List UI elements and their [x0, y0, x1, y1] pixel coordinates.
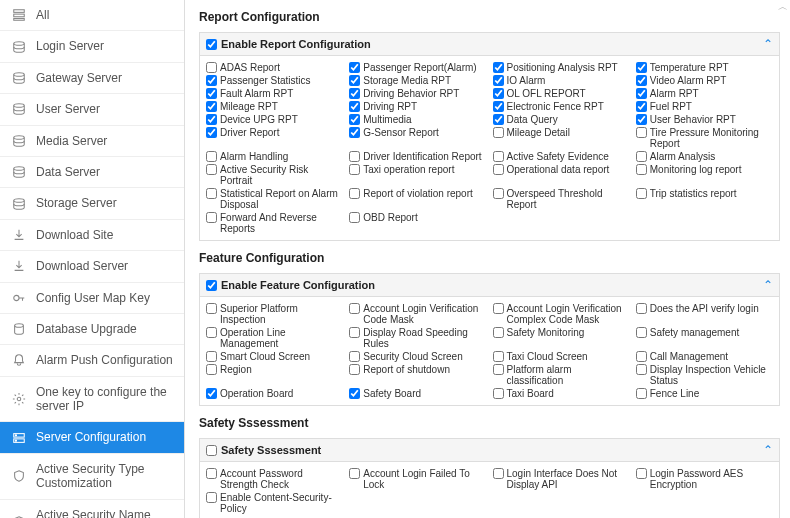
option-checkbox[interactable]	[206, 101, 217, 112]
option-checkbox[interactable]	[493, 164, 504, 175]
option-checkbox[interactable]	[493, 388, 504, 399]
option-checkbox[interactable]	[349, 327, 360, 338]
option-checkbox[interactable]	[206, 188, 217, 199]
collapse-icon[interactable]: ⌃	[763, 37, 773, 51]
option-fuel-rpt[interactable]: Fuel RPT	[636, 101, 773, 112]
sidebar-item-one-key-to-configure-the-server-ip[interactable]: One key to configure the server IP	[0, 377, 184, 423]
option-checkbox[interactable]	[636, 114, 647, 125]
option-checkbox[interactable]	[206, 327, 217, 338]
option-data-query[interactable]: Data Query	[493, 114, 630, 125]
option-operational-data-report[interactable]: Operational data report	[493, 164, 630, 186]
option-taxi-cloud-screen[interactable]: Taxi Cloud Screen	[493, 351, 630, 362]
option-adas-report[interactable]: ADAS Report	[206, 62, 343, 73]
option-security-cloud-screen[interactable]: Security Cloud Screen	[349, 351, 486, 362]
option-mileage-detail[interactable]: Mileage Detail	[493, 127, 630, 149]
option-checkbox[interactable]	[206, 351, 217, 362]
option-user-behavior-rpt[interactable]: User Behavior RPT	[636, 114, 773, 125]
sidebar-item-server-configuration[interactable]: Server Configuration	[0, 422, 184, 453]
option-login-interface-does-not-display-api[interactable]: Login Interface Does Not Display API	[493, 468, 630, 490]
option-checkbox[interactable]	[206, 127, 217, 138]
option-driving-rpt[interactable]: Driving RPT	[349, 101, 486, 112]
sidebar-item-active-security-name-customization[interactable]: Active Security Name Customization	[0, 500, 184, 518]
option-checkbox[interactable]	[206, 164, 217, 175]
sidebar-item-user-server[interactable]: User Server	[0, 94, 184, 125]
sidebar-item-download-site[interactable]: Download Site	[0, 220, 184, 251]
option-checkbox[interactable]	[206, 88, 217, 99]
option-enable-content-security-policy[interactable]: Enable Content-Security-Policy	[206, 492, 343, 514]
option-checkbox[interactable]	[349, 151, 360, 162]
option-checkbox[interactable]	[493, 127, 504, 138]
option-checkbox[interactable]	[493, 151, 504, 162]
option-safety-management[interactable]: Safety management	[636, 327, 773, 349]
option-account-password-strength-check[interactable]: Account Password Strength Check	[206, 468, 343, 490]
option-checkbox[interactable]	[636, 327, 647, 338]
option-driving-behavior-rpt[interactable]: Driving Behavior RPT	[349, 88, 486, 99]
option-checkbox[interactable]	[206, 303, 217, 314]
option-operation-board[interactable]: Operation Board	[206, 388, 343, 399]
option-checkbox[interactable]	[493, 101, 504, 112]
option-superior-platform-inspection[interactable]: Superior Platform Inspection	[206, 303, 343, 325]
option-storage-media-rpt[interactable]: Storage Media RPT	[349, 75, 486, 86]
sidebar-item-alarm-push-configuration[interactable]: Alarm Push Configuration	[0, 345, 184, 376]
option-forward-and-reverse-reports[interactable]: Forward And Reverse Reports	[206, 212, 343, 234]
option-checkbox[interactable]	[493, 351, 504, 362]
option-checkbox[interactable]	[349, 88, 360, 99]
sidebar-item-media-server[interactable]: Media Server	[0, 126, 184, 157]
option-login-password-aes-encryption[interactable]: Login Password AES Encryption	[636, 468, 773, 490]
collapse-icon[interactable]: ⌃	[763, 443, 773, 457]
option-trip-statistics-report[interactable]: Trip statistics report	[636, 188, 773, 210]
option-taxi-board[interactable]: Taxi Board	[493, 388, 630, 399]
option-multimedia[interactable]: Multimedia	[349, 114, 486, 125]
option-ol-ofl-report[interactable]: OL OFL REPORT	[493, 88, 630, 99]
option-checkbox[interactable]	[636, 75, 647, 86]
option-call-management[interactable]: Call Management	[636, 351, 773, 362]
option-checkbox[interactable]	[206, 388, 217, 399]
option-checkbox[interactable]	[636, 351, 647, 362]
option-checkbox[interactable]	[636, 164, 647, 175]
option-driver-report[interactable]: Driver Report	[206, 127, 343, 149]
option-obd-report[interactable]: OBD Report	[349, 212, 486, 234]
option-report-of-violation-report[interactable]: Report of violation report	[349, 188, 486, 210]
scroll-up-icon[interactable]: ︿	[778, 0, 788, 10]
option-checkbox[interactable]	[349, 101, 360, 112]
collapse-icon[interactable]: ⌃	[763, 278, 773, 292]
option-taxi-operation-report[interactable]: Taxi operation report	[349, 164, 486, 186]
option-checkbox[interactable]	[349, 364, 360, 375]
option-checkbox[interactable]	[206, 364, 217, 375]
option-display-road-speeding-rules[interactable]: Display Road Speeding Rules	[349, 327, 486, 349]
option-checkbox[interactable]	[493, 327, 504, 338]
option-tire-pressure-monitoring-report[interactable]: Tire Pressure Monitoring Report	[636, 127, 773, 149]
option-active-security-risk-portrait[interactable]: Active Security Risk Portrait	[206, 164, 343, 186]
option-mileage-rpt[interactable]: Mileage RPT	[206, 101, 343, 112]
option-checkbox[interactable]	[349, 212, 360, 223]
option-alarm-rpt[interactable]: Alarm RPT	[636, 88, 773, 99]
enable-report-checkbox[interactable]	[206, 39, 217, 50]
option-region[interactable]: Region	[206, 364, 343, 386]
option-safety-monitoring[interactable]: Safety Monitoring	[493, 327, 630, 349]
option-checkbox[interactable]	[636, 62, 647, 73]
sidebar-item-active-security-type-customization[interactable]: Active Security Type Customization	[0, 454, 184, 500]
option-checkbox[interactable]	[206, 492, 217, 503]
option-operation-line-management[interactable]: Operation Line Management	[206, 327, 343, 349]
option-checkbox[interactable]	[493, 62, 504, 73]
option-checkbox[interactable]	[206, 212, 217, 223]
option-checkbox[interactable]	[636, 303, 647, 314]
enable-safety-checkbox[interactable]	[206, 445, 217, 456]
sidebar-item-config-user-map-key[interactable]: Config User Map Key	[0, 283, 184, 314]
option-checkbox[interactable]	[349, 75, 360, 86]
option-account-login-verification-code-mask[interactable]: Account Login Verification Code Mask	[349, 303, 486, 325]
option-checkbox[interactable]	[206, 468, 217, 479]
option-checkbox[interactable]	[493, 188, 504, 199]
option-checkbox[interactable]	[493, 468, 504, 479]
option-does-the-api-verify-login[interactable]: Does the API verify login	[636, 303, 773, 325]
option-driver-identification-report[interactable]: Driver Identification Report	[349, 151, 486, 162]
option-checkbox[interactable]	[636, 468, 647, 479]
option-checkbox[interactable]	[349, 127, 360, 138]
option-checkbox[interactable]	[349, 388, 360, 399]
option-platform-alarm-classification[interactable]: Platform alarm classification	[493, 364, 630, 386]
sidebar-item-storage-server[interactable]: Storage Server	[0, 188, 184, 219]
option-fault-alarm-rpt[interactable]: Fault Alarm RPT	[206, 88, 343, 99]
option-passenger-statistics[interactable]: Passenger Statistics	[206, 75, 343, 86]
option-g-sensor-report[interactable]: G-Sensor Report	[349, 127, 486, 149]
sidebar-item-download-server[interactable]: Download Server	[0, 251, 184, 282]
